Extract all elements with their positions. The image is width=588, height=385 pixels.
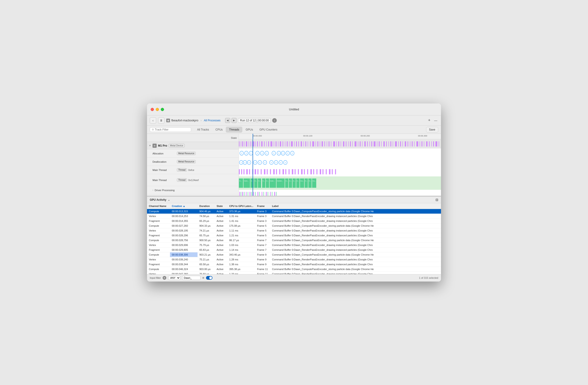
track-driver-processing[interactable]: › Driver Processing: [147, 186, 239, 194]
all-processes-label[interactable]: All Processes: [204, 119, 220, 122]
svg-text:T: T: [250, 152, 252, 155]
svg-rect-63: [381, 141, 381, 146]
svg-text:T: T: [292, 152, 293, 155]
table-row[interactable]: Vertex00:00.039,24075.21 μsActive1.28 ms…: [147, 257, 441, 262]
svg-text:Co...: Co...: [313, 180, 316, 182]
svg-rect-79: [420, 141, 420, 146]
col-frame[interactable]: Frame: [255, 203, 270, 209]
table-row[interactable]: Fragment00:00.028,29665.75 μsActive1.21 …: [147, 233, 441, 238]
svg-rect-219: [272, 192, 273, 195]
tab-threads[interactable]: Threads: [226, 127, 242, 133]
svg-rect-28: [298, 141, 299, 146]
group-badge: Metal Device: [168, 144, 185, 147]
table-row[interactable]: Vertex00:00.047,26075.50 μsActive1.33 ms…: [147, 271, 441, 274]
svg-rect-215: [263, 192, 264, 195]
col-creation[interactable]: Creation ▲: [170, 203, 198, 209]
minimize-button[interactable]: [156, 108, 159, 111]
svg-rect-78: [417, 141, 418, 146]
col-channel[interactable]: Channel Name: [147, 203, 170, 209]
table-row[interactable]: Fragment00:00.039,34465.58 μsActive1.38 …: [147, 262, 441, 267]
track-filter-input[interactable]: [155, 128, 189, 131]
svg-rect-30: [303, 141, 304, 146]
cell-duration: 74.21 μs: [198, 228, 215, 233]
filter-toggle[interactable]: [206, 276, 212, 280]
cell-cpu_gpu_latency: 1.03 ms: [227, 243, 255, 247]
svg-rect-203: [241, 192, 241, 195]
nav-tab-list: All Tracks CPUs Threads GPUs GPU Counter…: [194, 127, 280, 133]
close-button[interactable]: [151, 108, 154, 111]
col-state[interactable]: State: [215, 203, 227, 209]
table-row[interactable]: Compute00:00.046,324903.00 μsActive395.3…: [147, 267, 441, 271]
table-row[interactable]: Vertex00:00.028,19574.21 μsActive1.11 ms…: [147, 228, 441, 233]
svg-rect-221: [276, 192, 276, 195]
svg-rect-141: [261, 169, 262, 174]
cell-channel: Vertex: [147, 243, 170, 247]
svg-rect-58: [369, 141, 370, 146]
cell-creation: 00:00.046,324: [170, 267, 198, 271]
resize-handle-icon[interactable]: ⊡: [436, 198, 438, 202]
table-row[interactable]: Compute00:00.027,260904.33 μsActive175.0…: [147, 223, 441, 228]
svg-text:C...: C...: [263, 180, 265, 182]
table-row[interactable]: Vertex00:00.029,69675.79 μsActive1.03 ms…: [147, 243, 441, 247]
svg-text:T: T: [264, 161, 266, 164]
svg-rect-163: [329, 169, 330, 174]
gpu-activity-title: GPU Activity: [150, 198, 166, 201]
cell-duration: 75.79 μs: [198, 243, 215, 247]
pause-button[interactable]: ⏸: [158, 117, 165, 124]
svg-rect-34: [312, 141, 314, 146]
svg-text:T: T: [244, 161, 246, 164]
svg-rect-77: [414, 141, 415, 146]
tab-gpus[interactable]: GPUs: [242, 127, 256, 133]
table-row[interactable]: Vertex00:00.014,25374.58 μsActive1.31 ms…: [147, 214, 441, 218]
timeline-svg[interactable]: T T T T T T T T: [239, 139, 441, 196]
svg-rect-84: [431, 141, 432, 146]
table-row[interactable]: Compute00:00.013,315904.46 μsActive373.3…: [147, 209, 441, 214]
table-row[interactable]: Fragment00:00.029,80565.83 μsActive1.14 …: [147, 247, 441, 252]
group-m1pro[interactable]: ▼ ⊞ M1 Pro Metal Device: [147, 142, 239, 149]
table-row[interactable]: Compute00:00.028,756900.50 μsActive86.17…: [147, 238, 441, 243]
tab-cpus[interactable]: CPUs: [212, 127, 226, 133]
cell-frame: Frame 9: [255, 257, 270, 262]
svg-text:T: T: [285, 161, 286, 164]
cell-channel: Fragment: [147, 262, 170, 267]
svg-rect-81: [424, 141, 424, 146]
svg-rect-40: [327, 141, 327, 146]
tab-all-tracks[interactable]: All Tracks: [194, 127, 212, 133]
filter-value-input[interactable]: [182, 276, 201, 280]
svg-rect-54: [360, 141, 361, 146]
svg-rect-154: [301, 169, 302, 174]
svg-rect-73: [405, 141, 406, 146]
cell-label: Command Buffer 0:Dawn_ComputePassEncoder…: [270, 238, 441, 243]
run-play-button[interactable]: ▶: [231, 118, 237, 123]
info-button[interactable]: i: [272, 118, 277, 123]
cell-label: Command Buffer 0:Dawn_RenderPassEncoder_…: [270, 218, 441, 223]
svg-rect-65: [386, 141, 387, 146]
track-filter[interactable]: ⊙: [150, 127, 191, 132]
minus-button[interactable]: —: [433, 119, 438, 122]
col-label[interactable]: Label: [270, 203, 441, 209]
table-row[interactable]: Fragment00:00.014,35565.29 μsActive1.41 …: [147, 218, 441, 223]
save-button[interactable]: Save: [426, 127, 438, 132]
tab-gpu-counters[interactable]: GPU Counters: [256, 127, 280, 133]
back-button[interactable]: ‹: [150, 117, 156, 124]
svg-rect-205: [244, 192, 244, 195]
time-mark-0: 00:00.000: [253, 135, 262, 137]
cell-label: Command Buffer 0:Dawn_RenderPassEncoder_…: [270, 214, 441, 218]
table-row[interactable]: Compute00:00.038,306903.21 μsActive343.4…: [147, 252, 441, 257]
run-prev-button[interactable]: ◀: [225, 118, 230, 123]
cell-channel: Vertex: [147, 228, 170, 233]
track-labels-panel: State ▼ ⊞ M1 Pro Metal Device Allocation…: [147, 134, 239, 196]
col-cpu-gpu-latency[interactable]: CPU to GPU Laten...: [227, 203, 255, 209]
track-main-thread-2-badge: Thread: [177, 178, 187, 182]
svg-text:Com...: Com...: [244, 180, 249, 182]
add-button[interactable]: +: [427, 118, 431, 123]
filter-any-select[interactable]: ANY: [168, 276, 180, 280]
run-label: Run 12 of 12 | 00:00:00: [238, 118, 271, 123]
svg-rect-67: [390, 141, 391, 146]
timeline-viz-panel: 00:00.000 00:00.100 00:00.200 00:00.300: [239, 134, 441, 196]
cell-cpu_gpu_latency: 1.41 ms: [227, 218, 255, 223]
gpu-activity-panel: GPU Activity ⌄ ⊡ Channel Name Creation ▲…: [147, 196, 441, 274]
timeline-ruler: 00:00.000 00:00.100 00:00.200 00:00.300: [239, 134, 441, 139]
maximize-button[interactable]: [161, 108, 164, 111]
col-duration[interactable]: Duration: [198, 203, 215, 209]
